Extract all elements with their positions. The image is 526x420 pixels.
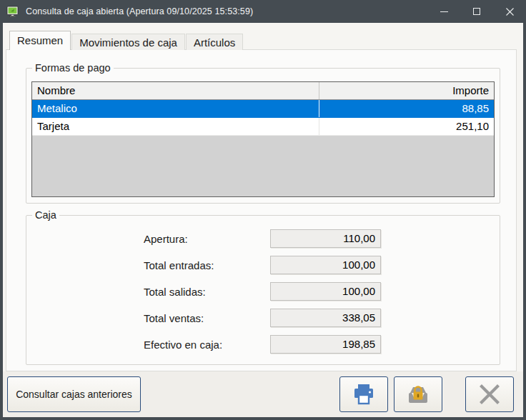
tab-movimientos-de-caja[interactable]: Movimientos de caja: [71, 34, 185, 50]
maximize-icon: [473, 8, 480, 15]
apertura-value-field: 110,00: [270, 229, 381, 248]
close-icon: [506, 8, 514, 16]
total-entradas-row: Total entradas: 100,00: [26, 256, 500, 275]
tab-resumen[interactable]: Resumen: [9, 31, 71, 50]
cell-nombre: Metalico: [32, 100, 319, 117]
close-register-button[interactable]: [394, 376, 442, 412]
apertura-row: Apertura: 110,00: [26, 229, 500, 249]
tab-articulos[interactable]: Artículos: [186, 34, 243, 50]
formas-de-pago-label: Formas de pago: [32, 62, 114, 74]
minimize-icon: [440, 11, 448, 12]
formas-de-pago-group: Formas de pago Nombre Importe Metalico 8…: [26, 68, 500, 204]
payment-table-header: Nombre Importe: [32, 82, 494, 100]
tab-page-resumen: Formas de pago Nombre Importe Metalico 8…: [6, 49, 517, 371]
close-x-icon: [477, 383, 502, 406]
caja-label: Caja: [32, 209, 59, 221]
efectivo-en-caja-label: Efectivo en caja:: [144, 335, 222, 354]
app-window: Consulta de caja abierta (Apertura 09/10…: [0, 0, 526, 420]
total-ventas-row: Total ventas: 338,05: [26, 309, 500, 328]
total-entradas-value-field: 100,00: [270, 256, 381, 274]
caja-group: Caja Apertura: 110,00 Total entradas: 10…: [26, 215, 500, 365]
efectivo-en-caja-row: Efectivo en caja: 198,85: [26, 335, 500, 354]
tab-strip: Resumen Movimientos de caja Artículos: [9, 31, 244, 50]
total-salidas-value-field: 100,00: [270, 282, 381, 301]
cell-importe: 88,85: [319, 100, 494, 117]
footer-bar: Consultar cajas anteriores: [3, 371, 523, 417]
total-ventas-value-field: 338,05: [270, 309, 381, 327]
apertura-label: Apertura:: [144, 229, 188, 249]
cell-importe: 251,10: [319, 118, 494, 135]
window-controls: [427, 0, 526, 23]
payment-methods-table: Nombre Importe Metalico 88,85 Tarjeta 25…: [31, 81, 495, 197]
total-salidas-row: Total salidas: 100,00: [26, 282, 500, 301]
cash-drawer-lock-icon: [405, 383, 431, 406]
printer-icon: [352, 383, 376, 406]
table-row-metalico[interactable]: Metalico 88,85: [32, 100, 494, 118]
print-button[interactable]: [339, 376, 388, 412]
close-window-button[interactable]: [465, 376, 514, 412]
column-header-importe[interactable]: Importe: [319, 82, 494, 99]
window-title: Consulta de caja abierta (Apertura 09/10…: [26, 6, 253, 16]
minimize-button[interactable]: [427, 0, 460, 23]
cell-nombre: Tarjeta: [32, 118, 319, 135]
monitor-icon: [6, 4, 21, 19]
total-ventas-label: Total ventas:: [144, 309, 204, 328]
table-row-tarjeta[interactable]: Tarjeta 251,10: [32, 118, 494, 136]
column-header-nombre[interactable]: Nombre: [32, 82, 319, 99]
close-button[interactable]: [493, 0, 526, 23]
client-area: Resumen Movimientos de caja Artículos Fo…: [3, 23, 523, 417]
title-bar: Consulta de caja abierta (Apertura 09/10…: [0, 0, 526, 23]
total-entradas-label: Total entradas:: [144, 256, 214, 275]
efectivo-en-caja-value-field: 198,85: [270, 335, 381, 354]
total-salidas-label: Total salidas:: [144, 282, 206, 301]
maximize-button[interactable]: [460, 0, 493, 23]
consultar-cajas-anteriores-button[interactable]: Consultar cajas anteriores: [7, 376, 141, 412]
